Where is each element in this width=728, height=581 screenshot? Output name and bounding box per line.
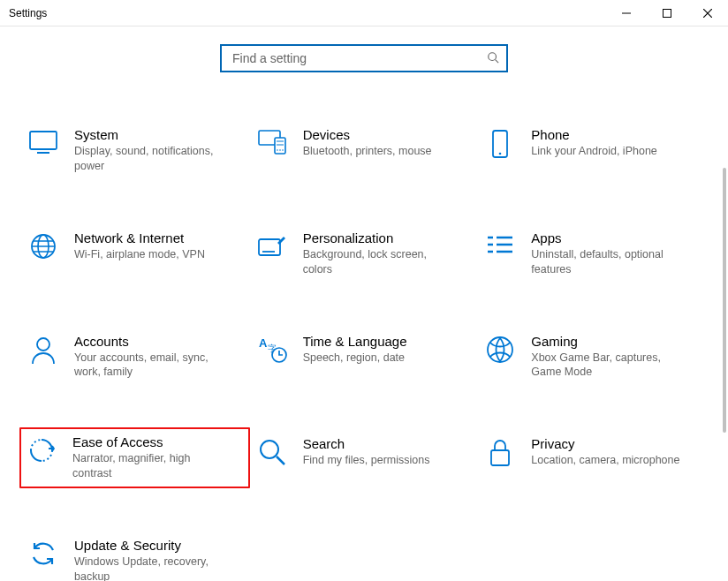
search-box[interactable] [220,44,508,72]
tile-desc: Uninstall, defaults, optional features [531,247,686,277]
tile-accounts[interactable]: Accounts Your accounts, email, sync, wor… [21,327,250,388]
svg-rect-19 [491,450,509,465]
tile-desc: Display, sound, notifications, power [74,144,229,174]
tile-devices[interactable]: Devices Bluetooth, printers, mouse [250,120,479,181]
tile-desc: Background, lock screen, colors [303,247,458,277]
tile-title: Accounts [74,334,229,349]
tile-title: Time & Language [303,334,458,349]
tile-title: Privacy [531,436,686,451]
search-wrap [16,44,712,72]
apps-icon [485,232,515,262]
tile-time-language[interactable]: A 字 Time & Language Speech, region, date [250,327,479,388]
svg-point-9 [499,153,502,155]
tile-desc: Bluetooth, printers, mouse [303,144,458,159]
tile-desc: Speech, region, date [303,351,458,366]
svg-rect-4 [275,138,285,154]
tile-desc: Windows Update, recovery, backup [74,555,229,581]
maximize-button[interactable] [647,0,687,26]
minimize-icon [622,9,631,18]
svg-point-17 [488,337,512,362]
time-language-icon: A 字 [257,336,287,366]
window-title: Settings [9,7,47,19]
tile-ease-of-access[interactable]: Ease of Access Narrator, magnifier, high… [19,427,250,488]
search-icon [487,51,499,66]
tile-title: Ease of Access [72,434,229,449]
tile-title: Personalization [303,230,458,245]
ease-of-access-icon [27,436,57,466]
search-input[interactable] [231,50,487,66]
svg-point-13 [37,338,49,351]
lock-icon [485,438,515,468]
person-icon [28,336,58,366]
system-icon [28,129,58,159]
paint-icon [257,232,287,262]
tile-title: Apps [531,230,686,245]
svg-rect-12 [259,239,280,255]
tile-title: Devices [303,127,458,142]
svg-point-6 [279,149,281,151]
scrollbar[interactable] [723,168,726,433]
tile-privacy[interactable]: Privacy Location, camera, microphone [478,429,707,488]
tile-title: Search [303,436,458,451]
svg-rect-2 [30,132,57,149]
svg-point-1 [489,52,497,60]
content-area: System Display, sound, notifications, po… [0,26,728,581]
minimize-button[interactable] [606,0,647,26]
maximize-icon [663,9,671,18]
tile-title: Network & Internet [74,230,229,245]
tile-personalization[interactable]: Personalization Background, lock screen,… [250,223,479,284]
svg-text:A: A [259,336,268,350]
tile-search[interactable]: Search Find my files, permissions [250,429,479,488]
tile-desc: Location, camera, microphone [531,453,686,468]
svg-rect-0 [664,9,671,17]
svg-point-18 [261,441,278,458]
svg-point-5 [277,149,278,151]
tile-title: Update & Security [74,538,229,553]
close-button[interactable] [687,0,728,26]
svg-point-7 [282,149,284,151]
magnifier-icon [257,438,287,468]
tile-apps[interactable]: Apps Uninstall, defaults, optional featu… [478,223,707,284]
tile-desc: Wi-Fi, airplane mode, VPN [74,247,229,262]
tile-title: Phone [531,127,686,142]
tile-title: Gaming [531,334,686,349]
globe-icon [28,232,58,262]
update-icon [28,540,58,570]
devices-icon [257,129,287,159]
tile-desc: Xbox Game Bar, captures, Game Mode [531,351,686,381]
tile-title: System [74,127,229,142]
settings-grid: System Display, sound, notifications, po… [16,120,712,581]
phone-icon [485,129,515,159]
tile-desc: Narrator, magnifier, high contrast [72,451,229,481]
close-icon [703,9,712,18]
tile-update-security[interactable]: Update & Security Windows Update, recove… [21,531,250,581]
tile-network[interactable]: Network & Internet Wi-Fi, airplane mode,… [21,223,250,284]
tile-phone[interactable]: Phone Link your Android, iPhone [478,120,707,181]
tile-desc: Your accounts, email, sync, work, family [74,351,229,381]
tile-system[interactable]: System Display, sound, notifications, po… [21,120,250,181]
tile-gaming[interactable]: Gaming Xbox Game Bar, captures, Game Mod… [478,327,707,388]
gaming-icon [485,336,515,366]
tile-desc: Link your Android, iPhone [531,144,686,159]
titlebar: Settings [0,0,728,26]
tile-desc: Find my files, permissions [303,453,458,468]
